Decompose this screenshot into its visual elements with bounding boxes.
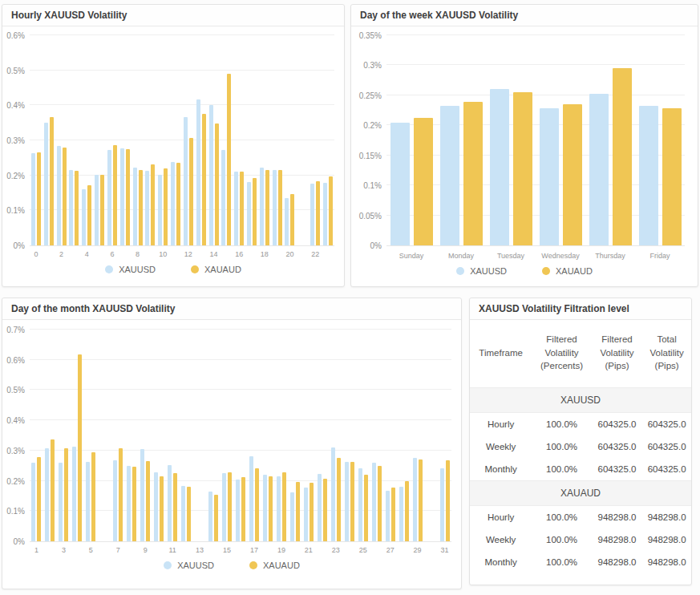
bar-xauaud-25[interactable] [364, 475, 368, 541]
bar-xauusd-23[interactable] [331, 447, 335, 541]
bar-xauusd-22[interactable] [310, 184, 314, 245]
bar-xauusd-18[interactable] [260, 168, 264, 245]
bar-xauusd-17[interactable] [249, 456, 253, 541]
bar-xauusd-5[interactable] [86, 462, 90, 541]
bar-xauusd-17[interactable] [247, 182, 251, 245]
bar-xauaud-21[interactable] [310, 483, 314, 541]
bar-xauusd-28[interactable] [399, 487, 403, 541]
bar-xauusd-1[interactable] [31, 463, 35, 541]
legend-item-xauaud[interactable]: XAUAUD [249, 561, 300, 570]
bar-xauusd-16[interactable] [234, 172, 238, 245]
bar-xauusd-7[interactable] [120, 148, 124, 245]
bar-xauusd-14[interactable] [208, 492, 212, 541]
bar-xauusd-4[interactable] [72, 447, 76, 541]
legend-item-xauusd[interactable]: XAUUSD [105, 265, 156, 274]
bar-xauaud-8[interactable] [132, 467, 136, 541]
bar-xauaud-11[interactable] [176, 163, 180, 245]
bar-xauusd-Tuesday[interactable] [490, 89, 509, 245]
bar-xauaud-17[interactable] [255, 468, 259, 541]
bar-xauusd-7[interactable] [113, 460, 117, 541]
bar-xauaud-9[interactable] [151, 164, 155, 245]
bar-xauusd-29[interactable] [413, 458, 417, 541]
bar-xauaud-Sunday[interactable] [414, 118, 433, 245]
bar-xauaud-19[interactable] [278, 170, 282, 245]
bar-xauaud-18[interactable] [265, 170, 269, 245]
bar-xauaud-15[interactable] [228, 472, 232, 541]
legend-item-xauaud[interactable]: XAUAUD [542, 266, 593, 276]
bar-xauaud-10[interactable] [164, 168, 168, 245]
bar-xauusd-22[interactable] [318, 474, 322, 541]
bar-xauaud-22[interactable] [316, 181, 320, 245]
bar-xauusd-16[interactable] [236, 480, 240, 541]
bar-xauusd-21[interactable] [304, 488, 308, 541]
bar-xauusd-4[interactable] [82, 189, 86, 245]
bar-xauaud-12[interactable] [189, 138, 193, 245]
bar-xauaud-2[interactable] [51, 439, 55, 541]
bar-xauaud-3[interactable] [64, 448, 68, 541]
bar-xauusd-Thursday[interactable] [589, 94, 609, 245]
bar-xauaud-17[interactable] [253, 178, 257, 245]
bar-xauaud-7[interactable] [126, 149, 130, 245]
bar-xauaud-12[interactable] [187, 487, 191, 541]
bar-xauusd-5[interactable] [95, 175, 99, 245]
bar-xauaud-3[interactable] [75, 171, 79, 245]
bar-xauaud-2[interactable] [63, 148, 67, 245]
bar-xauaud-0[interactable] [37, 152, 41, 245]
bar-xauaud-1[interactable] [37, 457, 41, 541]
bar-xauaud-9[interactable] [146, 461, 150, 541]
bar-xauusd-6[interactable] [107, 150, 111, 245]
bar-xauusd-Sunday[interactable] [390, 123, 410, 245]
bar-xauusd-8[interactable] [127, 466, 131, 541]
bar-xauaud-19[interactable] [282, 472, 286, 541]
bar-xauaud-15[interactable] [227, 74, 231, 245]
bar-xauaud-20[interactable] [290, 194, 294, 245]
bar-xauusd-11[interactable] [168, 465, 172, 541]
bar-xauaud-13[interactable] [202, 114, 206, 245]
bar-xauaud-24[interactable] [350, 462, 354, 541]
bar-xauusd-8[interactable] [133, 168, 137, 245]
bar-xauaud-23[interactable] [329, 176, 333, 245]
bar-xauaud-8[interactable] [139, 170, 143, 245]
bar-xauusd-18[interactable] [263, 475, 267, 541]
bar-xauusd-9[interactable] [140, 449, 144, 541]
bar-xauaud-14[interactable] [215, 123, 219, 245]
bar-xauaud-Thursday[interactable] [613, 68, 632, 245]
bar-xauusd-27[interactable] [386, 491, 390, 541]
bar-xauaud-16[interactable] [240, 172, 244, 245]
bar-xauusd-13[interactable] [196, 99, 200, 245]
bar-xauusd-2[interactable] [45, 448, 49, 541]
bar-xauusd-2[interactable] [57, 146, 61, 245]
bar-xauusd-11[interactable] [171, 162, 175, 245]
bar-xauusd-12[interactable] [184, 117, 188, 245]
bar-xauusd-Monday[interactable] [440, 106, 459, 245]
bar-xauaud-5[interactable] [91, 452, 95, 541]
bar-xauusd-10[interactable] [154, 472, 158, 541]
bar-xauusd-15[interactable] [221, 150, 225, 245]
bar-xauaud-5[interactable] [100, 175, 104, 245]
bar-xauusd-25[interactable] [358, 468, 362, 541]
bar-xauusd-3[interactable] [59, 463, 63, 541]
bar-xauusd-15[interactable] [222, 473, 226, 541]
bar-xauaud-7[interactable] [119, 448, 123, 541]
bar-xauaud-20[interactable] [296, 482, 300, 541]
bar-xauaud-4[interactable] [78, 354, 82, 541]
bar-xauaud-1[interactable] [50, 117, 54, 245]
bar-xauusd-Friday[interactable] [639, 106, 658, 245]
bar-xauaud-22[interactable] [323, 479, 327, 541]
bar-xauaud-26[interactable] [378, 466, 382, 541]
bar-xauusd-20[interactable] [290, 492, 294, 541]
bar-xauusd-12[interactable] [181, 486, 185, 541]
bar-xauaud-Tuesday[interactable] [513, 92, 532, 245]
bar-xauaud-Wednesday[interactable] [563, 104, 582, 245]
bar-xauaud-23[interactable] [337, 458, 341, 541]
bar-xauaud-28[interactable] [405, 481, 409, 541]
bar-xauaud-27[interactable] [391, 488, 395, 541]
bar-xauusd-19[interactable] [277, 476, 281, 541]
bar-xauaud-16[interactable] [241, 477, 245, 541]
bar-xauaud-6[interactable] [113, 145, 117, 245]
bar-xauaud-31[interactable] [446, 460, 450, 541]
bar-xauusd-Wednesday[interactable] [540, 108, 559, 245]
bar-xauaud-29[interactable] [419, 459, 423, 541]
bar-xauaud-11[interactable] [173, 473, 177, 541]
legend-item-xauusd[interactable]: XAUUSD [456, 266, 507, 276]
